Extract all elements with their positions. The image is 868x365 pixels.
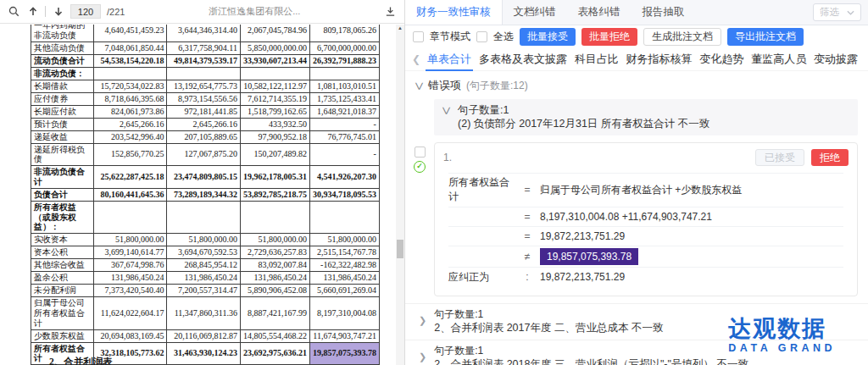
- row-label: 长期应付款: [31, 105, 94, 118]
- next-page-icon[interactable]: [52, 5, 64, 18]
- select-all-checkbox[interactable]: [476, 31, 487, 42]
- row-label: 盈余公积: [31, 272, 94, 285]
- cell-value: [167, 201, 240, 233]
- formula-breakdown: 所有者权益合计 = 归属于母公司所有者权益合计 +少数股东权益 = 8,197,…: [448, 173, 843, 287]
- download-icon[interactable]: [384, 5, 397, 18]
- table-row: 非流动负债：: [31, 67, 380, 80]
- cell-value: 11,624,022,604.17: [94, 297, 167, 329]
- error-description: 2、合并利润表 2018年度 三、营业利润（亏损以"-"号填列） 不一致: [434, 357, 748, 365]
- expand-icon: ❯: [419, 351, 426, 365]
- category-subtabs: ❮ 单表合计 多表格及表文披露 科目占比 财务指标核算 变化趋势 董监高人员 变…: [405, 48, 868, 71]
- prev-page-icon[interactable]: [26, 5, 39, 18]
- document-scrollbar[interactable]: ▲: [396, 25, 404, 365]
- tab-document-correction[interactable]: 文档纠错: [503, 0, 567, 25]
- error-group-count: (句子数量:12): [466, 79, 528, 93]
- cell-value: 4,640,451,459.23: [94, 25, 167, 41]
- chapter-mode-checkbox[interactable]: [413, 31, 424, 42]
- cell-value: 131,986,450.24: [240, 272, 309, 285]
- formula-expression: 归属于母公司所有者权益合计 +少数股东权益: [540, 183, 843, 197]
- table-row: 负债合计80,160,441,645.3673,289,189,344.3253…: [31, 188, 380, 201]
- table-row: 流动负债合计54,538,154,220.1849,814,379,539.17…: [31, 54, 380, 67]
- scroll-left-icon[interactable]: ❮: [412, 53, 420, 65]
- batch-reject-button[interactable]: 批量拒绝: [581, 28, 637, 46]
- cell-value: [309, 67, 379, 80]
- cell-value: 13,192,654,775.73: [167, 80, 240, 92]
- cell-value: 30,934,718,095.53: [309, 188, 379, 201]
- filter-dropdown[interactable]: 筛选: [813, 3, 861, 21]
- error-summary-box[interactable]: ⋁ 句子数量:1 (2) 负债部分 2017年12月31日 所有者权益合计 不一…: [434, 99, 858, 135]
- cell-value: 131,986,450.24: [309, 272, 379, 285]
- cell-value: 23,474,809,805.15: [167, 166, 240, 189]
- subtab-change-trend[interactable]: 变化趋势: [699, 52, 743, 71]
- top-tab-bar: 财务一致性审核 文档纠错 表格纠错 报告抽取 筛选: [405, 0, 868, 25]
- cell-value: 5,890,906,452.08: [240, 285, 309, 297]
- document-toolbar: /221 浙江恒逸集团有限公...: [0, 0, 404, 24]
- cell-value: 8,973,154,556.56: [167, 92, 240, 105]
- row-label: 所有者权益（或股东权益）：: [31, 201, 94, 233]
- subtab-change-disclosure[interactable]: 变动披露: [814, 52, 858, 71]
- page-number-input[interactable]: [70, 4, 101, 19]
- cell-value: 7,048,061,850.44: [94, 41, 167, 54]
- cell-value: -: [309, 143, 379, 166]
- table-row: 长期借款15,720,534,022.8313,192,654,775.7310…: [31, 80, 380, 92]
- reject-button[interactable]: 拒绝: [811, 149, 849, 166]
- subtab-single-table-total[interactable]: 单表合计: [427, 52, 471, 71]
- subtab-account-ratio[interactable]: 科目占比: [575, 52, 619, 71]
- scrollbar-thumb[interactable]: [397, 240, 403, 258]
- accepted-button[interactable]: 已接受: [755, 149, 804, 166]
- error-group-title: 错误项: [428, 78, 461, 93]
- table-row: 其他综合收益367,674,998.76268,845,954.1283,092…: [31, 259, 380, 272]
- scroll-up-arrow[interactable]: ▲: [396, 25, 404, 30]
- export-annotated-doc-button[interactable]: 导出批注文档: [727, 28, 804, 46]
- cell-value: 433,932.50: [240, 118, 309, 130]
- subtab-executives[interactable]: 董监高人员: [751, 52, 806, 71]
- collapsed-error-item[interactable]: ❯句子数量:12、合并利润表 2018年度 三、营业利润（亏损以"-"号填列） …: [405, 340, 868, 365]
- table-row: 其他流动负债7,048,061,850.446,317,758,904.115,…: [31, 41, 380, 54]
- cell-value: [240, 67, 309, 80]
- cell-value: [94, 67, 167, 80]
- table-row: 递延所得税负债152,856,770.25127,067,875.20150,2…: [31, 143, 380, 166]
- cell-value: 26,392,791,888.23: [309, 54, 379, 67]
- cell-value: 2,645,266.16: [94, 118, 167, 130]
- cell-value: 7,373,420,540.40: [94, 285, 167, 297]
- table-row: 未分配利润7,373,420,540.407,200,557,314.475,8…: [31, 285, 380, 297]
- table-row: 所有者权益（或股东权益）：: [31, 201, 380, 233]
- row-label: 其他流动负债: [31, 41, 94, 54]
- table-row: 资本公积3,699,140,614.773,694,670,592.532,72…: [31, 246, 380, 259]
- error-detail-card: 1. 已接受 拒绝 所有者权益合计 = 归属于母公司所有者权益合计 +少数股东权…: [434, 142, 858, 296]
- formula-expression: 19,872,213,751.29: [540, 230, 843, 242]
- collapsed-error-item[interactable]: ❯句子数量:12、合并利润表 2017年度 二、营业总成本 不一致: [405, 303, 868, 340]
- table-row: 应付债券8,718,646,395.688,973,154,556.567,61…: [31, 92, 380, 105]
- cell-value: 11,674,903,747.21: [309, 329, 379, 342]
- row-label: 流动负债合计: [31, 54, 94, 67]
- tab-table-correction[interactable]: 表格纠错: [567, 0, 632, 25]
- cell-value: 1,648,921,018.37: [309, 105, 379, 118]
- row-label: 应付债券: [31, 92, 94, 105]
- cell-value: [94, 201, 167, 233]
- cell-value: 1,735,125,433.41: [309, 92, 379, 105]
- cell-value: 3,699,140,614.77: [94, 246, 167, 259]
- document-page: 一年内到期的非流动负债4,640,451,459.233,644,346,314…: [0, 25, 396, 365]
- batch-accept-button[interactable]: 批量接受: [520, 28, 576, 46]
- highlighted-cell-value: 19,857,075,393.78: [309, 342, 379, 365]
- select-all-label: 全选: [493, 30, 514, 44]
- cell-value: 15,720,534,022.83: [94, 80, 167, 92]
- table-row: 实收资本51,800,000.0051,800,000.0051,800,000…: [31, 234, 380, 246]
- error-group-header[interactable]: ⋁ 错误项 (句子数量:12): [405, 72, 868, 99]
- subtab-multi-table-disclosure[interactable]: 多表格及表文披露: [479, 52, 567, 71]
- tab-report-extraction[interactable]: 报告抽取: [632, 0, 696, 25]
- cell-value: 4,541,926,207.30: [309, 166, 379, 189]
- error-item-checkbox[interactable]: [415, 147, 426, 158]
- cell-value: 31,463,930,124.23: [167, 342, 240, 365]
- tab-financial-consistency[interactable]: 财务一致性审核: [405, 0, 503, 25]
- cell-value: 7,612,714,355.19: [240, 92, 309, 105]
- formula-expression: 8,197,310,004.08 +11,674,903,747.21: [540, 211, 843, 223]
- cell-value: 7,200,557,314.47: [167, 285, 240, 297]
- zoom-icon[interactable]: [8, 5, 20, 18]
- subtab-financial-indicator[interactable]: 财务指标核算: [626, 52, 693, 71]
- error-index: 1.: [443, 152, 452, 163]
- cell-value: 152,856,770.25: [94, 143, 167, 166]
- cell-value: 6,700,000,000.00: [309, 41, 379, 54]
- collapse-icon: ⋁: [442, 106, 450, 128]
- generate-annotated-doc-button[interactable]: 生成批注文档: [643, 28, 721, 46]
